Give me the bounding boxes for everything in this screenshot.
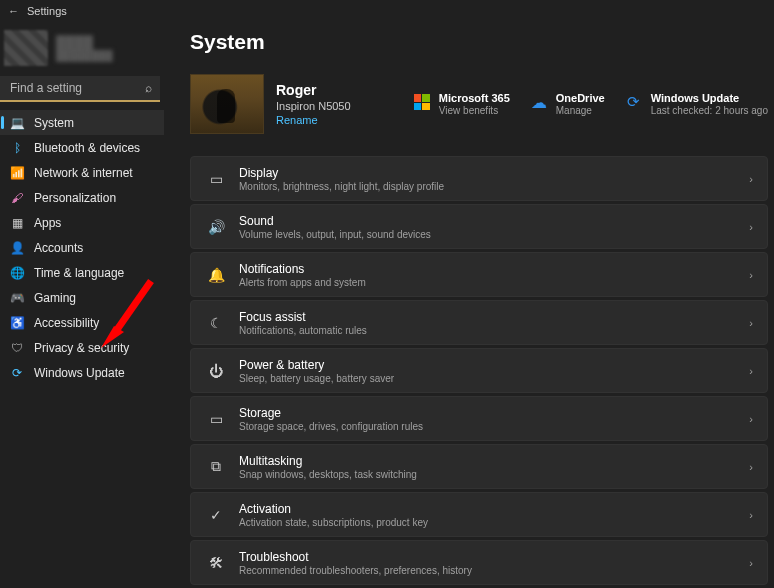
nav-icon: ▦	[10, 216, 24, 230]
sidebar-item-bluetooth-devices[interactable]: ᛒBluetooth & devices	[0, 135, 164, 160]
sidebar-item-label: System	[34, 116, 74, 130]
nav-icon: 💻	[10, 116, 24, 130]
promo-sub: Last checked: 2 hours ago	[651, 105, 768, 116]
card-sub: Alerts from apps and system	[239, 277, 366, 288]
sidebar-item-label: Accessibility	[34, 316, 99, 330]
card-multitasking[interactable]: ⧉MultitaskingSnap windows, desktops, tas…	[190, 444, 768, 489]
page-title: System	[190, 30, 768, 54]
promo-windows-update[interactable]: ⟳Windows UpdateLast checked: 2 hours ago	[625, 92, 768, 116]
card-sub: Monitors, brightness, night light, displ…	[239, 181, 444, 192]
card-sound[interactable]: 🔊SoundVolume levels, output, input, soun…	[190, 204, 768, 249]
card-icon: ✓	[205, 507, 227, 523]
sidebar-item-label: Apps	[34, 216, 61, 230]
card-sub: Recommended troubleshooters, preferences…	[239, 565, 472, 576]
nav-icon: ᛒ	[10, 141, 24, 155]
card-icon: ▭	[205, 171, 227, 187]
sidebar-item-label: Gaming	[34, 291, 76, 305]
chevron-right-icon: ›	[749, 221, 753, 233]
card-activation[interactable]: ✓ActivationActivation state, subscriptio…	[190, 492, 768, 537]
chevron-right-icon: ›	[749, 173, 753, 185]
sidebar-item-label: Accounts	[34, 241, 83, 255]
search-input[interactable]	[0, 76, 160, 102]
promo-title: Windows Update	[651, 92, 768, 104]
nav-icon: 🖌	[10, 191, 24, 205]
user-text: ████ ████████	[56, 35, 113, 61]
window-titlebar: ← Settings	[0, 0, 774, 22]
ms365-icon	[414, 94, 430, 110]
pc-model: Inspiron N5050	[276, 100, 351, 112]
settings-list: ▭DisplayMonitors, brightness, night ligh…	[190, 156, 768, 588]
nav-icon: 👤	[10, 241, 24, 255]
cloud-icon: ☁	[531, 93, 547, 112]
promo-title: Microsoft 365	[439, 92, 510, 104]
card-sub: Storage space, drives, configuration rul…	[239, 421, 423, 432]
sidebar-item-system[interactable]: 💻System	[0, 110, 164, 135]
card-sub: Snap windows, desktops, task switching	[239, 469, 417, 480]
nav-icon: 🛡	[10, 341, 24, 355]
nav-icon: 🌐	[10, 266, 24, 280]
avatar	[4, 30, 48, 66]
sidebar-item-time-language[interactable]: 🌐Time & language	[0, 260, 164, 285]
pc-block: Roger Inspiron N5050 Rename	[190, 74, 351, 134]
promo-sub: View benefits	[439, 105, 510, 116]
search-icon[interactable]: ⌕	[145, 81, 152, 95]
sidebar-item-label: Privacy & security	[34, 341, 129, 355]
card-sub: Notifications, automatic rules	[239, 325, 367, 336]
card-icon: ⧉	[205, 458, 227, 475]
promo-title: OneDrive	[556, 92, 605, 104]
card-icon: ▭	[205, 411, 227, 427]
sidebar-item-gaming[interactable]: 🎮Gaming	[0, 285, 164, 310]
sidebar-nav: 💻SystemᛒBluetooth & devices📶Network & in…	[0, 110, 164, 385]
pc-name: Roger	[276, 82, 351, 98]
sidebar-item-network-internet[interactable]: 📶Network & internet	[0, 160, 164, 185]
chevron-right-icon: ›	[749, 509, 753, 521]
nav-icon: ♿	[10, 316, 24, 330]
chevron-right-icon: ›	[749, 413, 753, 425]
promo-row: Microsoft 365View benefits☁OneDriveManag…	[413, 92, 768, 116]
card-title: Notifications	[239, 262, 366, 276]
sidebar-item-apps[interactable]: ▦Apps	[0, 210, 164, 235]
user-block[interactable]: ████ ████████	[0, 26, 164, 76]
promo-onedrive[interactable]: ☁OneDriveManage	[530, 92, 605, 116]
rename-link[interactable]: Rename	[276, 114, 351, 126]
card-icon: 🔔	[205, 267, 227, 283]
sidebar-item-privacy-security[interactable]: 🛡Privacy & security	[0, 335, 164, 360]
windows-update-icon: ⟳	[627, 93, 640, 111]
sidebar-item-accounts[interactable]: 👤Accounts	[0, 235, 164, 260]
sidebar-item-personalization[interactable]: 🖌Personalization	[0, 185, 164, 210]
sidebar-item-windows-update[interactable]: ⟳Windows Update	[0, 360, 164, 385]
card-title: Storage	[239, 406, 423, 420]
chevron-right-icon: ›	[749, 269, 753, 281]
card-display[interactable]: ▭DisplayMonitors, brightness, night ligh…	[190, 156, 768, 201]
promo-sub: Manage	[556, 105, 605, 116]
card-notifications[interactable]: 🔔NotificationsAlerts from apps and syste…	[190, 252, 768, 297]
card-icon: ⏻	[205, 363, 227, 379]
card-sub: Activation state, subscriptions, product…	[239, 517, 428, 528]
card-sub: Sleep, battery usage, battery saver	[239, 373, 394, 384]
card-title: Focus assist	[239, 310, 367, 324]
sidebar-item-label: Time & language	[34, 266, 124, 280]
window-title: Settings	[27, 5, 67, 17]
card-power-battery[interactable]: ⏻Power & batterySleep, battery usage, ba…	[190, 348, 768, 393]
nav-icon: 📶	[10, 166, 24, 180]
card-title: Display	[239, 166, 444, 180]
card-title: Troubleshoot	[239, 550, 472, 564]
card-icon: ☾	[205, 315, 227, 331]
promo-microsoft-365[interactable]: Microsoft 365View benefits	[413, 92, 510, 116]
card-storage[interactable]: ▭StorageStorage space, drives, configura…	[190, 396, 768, 441]
sidebar-item-label: Bluetooth & devices	[34, 141, 140, 155]
card-title: Activation	[239, 502, 428, 516]
sidebar-item-label: Personalization	[34, 191, 116, 205]
chevron-right-icon: ›	[749, 317, 753, 329]
main: System Roger Inspiron N5050 Rename Micro…	[164, 22, 774, 588]
card-troubleshoot[interactable]: 🛠TroubleshootRecommended troubleshooters…	[190, 540, 768, 585]
sidebar-item-accessibility[interactable]: ♿Accessibility	[0, 310, 164, 335]
chevron-right-icon: ›	[749, 557, 753, 569]
back-icon[interactable]: ←	[8, 5, 19, 17]
card-icon: 🔊	[205, 219, 227, 235]
nav-icon: 🎮	[10, 291, 24, 305]
card-focus-assist[interactable]: ☾Focus assistNotifications, automatic ru…	[190, 300, 768, 345]
card-title: Sound	[239, 214, 431, 228]
pc-picture	[190, 74, 264, 134]
chevron-right-icon: ›	[749, 461, 753, 473]
